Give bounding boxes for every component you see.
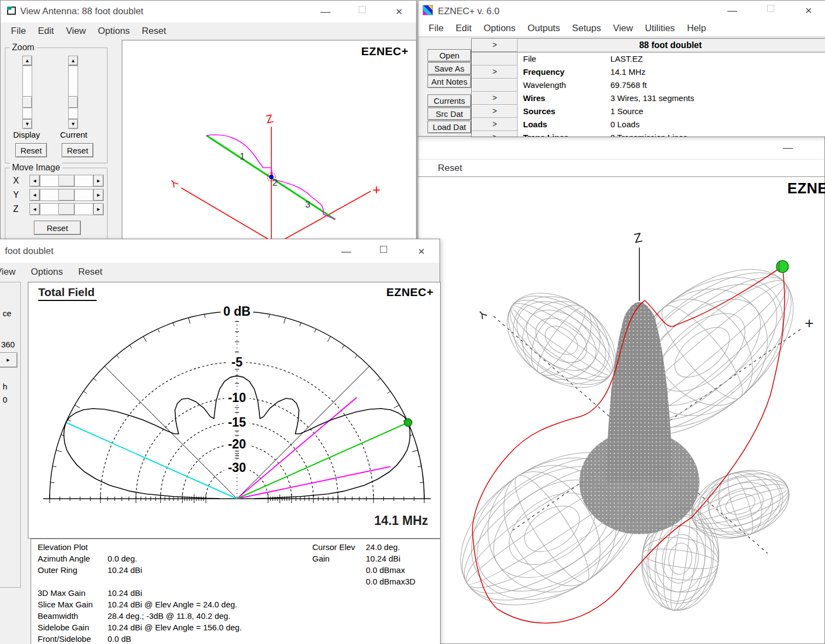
menu-item[interactable]: Options <box>92 26 136 37</box>
expand-chevron-icon[interactable]: > <box>472 105 518 118</box>
minimize-icon[interactable]: — <box>316 5 335 18</box>
action-button[interactable]: Save As <box>428 62 471 75</box>
expand-chevron-icon[interactable] <box>472 79 518 92</box>
main-titlebar[interactable]: EZNEC+ v. 6.0 — × <box>418 1 825 20</box>
move-reset-button[interactable]: Reset <box>34 221 81 235</box>
stat-label: 3D Max Gain <box>31 587 108 599</box>
row-value: 0 Loads <box>610 118 825 131</box>
zoom-display-reset-button[interactable]: Reset <box>15 143 47 157</box>
main-menubar: FileEditOptionsOutputsSetupsViewUtilitie… <box>418 20 825 37</box>
table-row[interactable]: > Trans Lines 0 Transmission Lines <box>472 131 825 137</box>
zoom-current-thumb[interactable] <box>68 96 78 108</box>
expand-chevron-icon[interactable]: > <box>472 131 518 137</box>
zoom-display-scrollbar[interactable] <box>22 66 32 119</box>
axes-red: Z Y + <box>167 112 381 241</box>
move-y-thumb[interactable] <box>58 189 75 201</box>
expand-chevron-icon[interactable]: > <box>472 118 518 131</box>
zoom-display-up-button[interactable]: ▲ <box>22 56 32 66</box>
table-row[interactable]: > Loads 0 Loads <box>472 118 825 131</box>
move-z-left-button[interactable]: ◄ <box>29 203 40 215</box>
table-row[interactable]: > Sources 1 Source <box>472 105 825 118</box>
antenna-wire-view[interactable]: Z Y + 1 2 3 <box>122 40 416 241</box>
table-row[interactable]: File LAST.EZ <box>472 52 825 66</box>
move-y-right-button[interactable]: ► <box>93 189 104 201</box>
stat-label: Beamwidth <box>31 610 108 622</box>
table-row[interactable]: > Wires 3 Wires, 131 segments <box>472 92 825 105</box>
view-antenna-titlebar[interactable]: View Antenna: 88 foot doublet — × <box>1 1 416 22</box>
stat-row <box>31 576 304 587</box>
row-name: Sources <box>518 105 610 118</box>
move-z-right-button[interactable]: ► <box>93 203 104 215</box>
close-icon[interactable]: × <box>390 5 408 18</box>
menu-item[interactable]: Options <box>25 267 69 277</box>
zoom-current-label: Current <box>60 130 87 139</box>
table-row[interactable]: Wavelength 69.7568 ft <box>472 79 825 92</box>
main-window: EZNEC+ v. 6.0 — × FileEditOptionsOutputs… <box>418 0 825 137</box>
move-image-label: Move Image <box>10 163 62 173</box>
maximize-icon[interactable] <box>353 3 371 16</box>
x-axis-icon: + <box>372 181 381 198</box>
stat-row: Slice Max Gain 10.24 dBi @ Elev Angle = … <box>31 599 304 610</box>
menu-item[interactable]: File <box>423 23 449 34</box>
menu-item[interactable]: Setups <box>566 23 607 34</box>
svg-text:-30: -30 <box>228 460 246 475</box>
stat-row: Cursor Elev 24.0 deg. <box>312 541 438 553</box>
menu-item[interactable]: File <box>5 26 32 37</box>
expand-chevron-icon[interactable]: > <box>472 66 518 79</box>
menu-item[interactable]: Reset <box>136 26 172 37</box>
move-y-left-button[interactable]: ◄ <box>29 189 40 201</box>
source-dot[interactable] <box>269 175 274 179</box>
polar-stats-panel: Elevation Plot Azimuth Angle 0.0 deg. Ou… <box>31 539 441 644</box>
expand-chevron-icon[interactable]: > <box>472 92 518 105</box>
sidebar-fragment: h <box>3 382 7 391</box>
zoom-current-reset-button[interactable]: Reset <box>62 143 93 157</box>
close-icon[interactable]: × <box>412 245 431 258</box>
menu-item[interactable]: Edit <box>449 23 477 34</box>
row-name: File <box>518 52 610 66</box>
menu-item[interactable]: Reset <box>432 163 468 174</box>
menu-item[interactable]: View <box>60 26 92 37</box>
row-value: 14.1 MHz <box>610 66 825 79</box>
table-row[interactable]: > Frequency 14.1 MHz <box>472 66 825 79</box>
pattern-3d-plot[interactable]: Z Y + <box>418 176 825 644</box>
action-button[interactable]: Load Dat <box>428 121 471 133</box>
action-button[interactable]: Src Dat <box>428 108 471 120</box>
move-x-thumb[interactable] <box>58 175 75 187</box>
minimize-icon[interactable]: — <box>337 245 355 258</box>
minimize-icon[interactable]: — <box>779 141 797 154</box>
menu-item[interactable]: Help <box>681 23 712 34</box>
stat-row: 0.0 dBmax <box>312 564 438 576</box>
menu-item[interactable]: Edit <box>32 26 60 37</box>
zoom-display-down-button[interactable]: ▼ <box>22 119 32 129</box>
close-icon[interactable]: × <box>799 4 818 17</box>
menu-item[interactable]: View <box>0 267 22 277</box>
action-button[interactable]: Ant Notes <box>428 75 471 88</box>
action-button[interactable]: Currents <box>428 94 471 107</box>
menu-item[interactable]: Options <box>478 23 522 34</box>
menu-item[interactable]: Utilities <box>639 23 681 34</box>
cursor-3d-marker[interactable] <box>776 261 788 273</box>
move-x-right-button[interactable]: ► <box>93 175 104 187</box>
polar-titlebar[interactable]: foot doublet — × <box>0 239 440 263</box>
maximize-icon[interactable] <box>761 2 780 15</box>
move-z-thumb[interactable] <box>58 203 75 215</box>
zoom-display-thumb[interactable] <box>22 96 32 108</box>
menu-item[interactable]: Reset <box>72 267 108 277</box>
elevation-polar-plot[interactable]: 0 dB-5-10-15-20-30 <box>28 282 440 538</box>
expand-chevron-icon[interactable] <box>472 52 518 66</box>
menu-item[interactable]: Outputs <box>521 23 566 34</box>
move-x-left-button[interactable]: ◄ <box>29 175 40 187</box>
action-button[interactable]: Open <box>428 49 471 62</box>
maximize-icon[interactable] <box>374 243 393 256</box>
stat-value: 24.0 deg. <box>366 541 438 553</box>
zoom-current-scrollbar[interactable] <box>68 66 78 119</box>
zoom-current-up-button[interactable]: ▲ <box>68 56 78 66</box>
zoom-group: Zoom ▲ ▼ ▲ ▼ Display Current Reset Reset <box>5 48 108 163</box>
minimize-icon[interactable]: — <box>723 4 741 17</box>
pattern-3d-titlebar[interactable]: — <box>418 135 824 159</box>
zoom-current-down-button[interactable]: ▼ <box>68 119 78 129</box>
step-right-button[interactable]: ► <box>0 352 17 368</box>
menu-item[interactable]: View <box>607 23 639 34</box>
table-header-row[interactable]: > 88 foot doublet <box>472 39 825 52</box>
expand-chevron-icon[interactable]: > <box>472 39 518 52</box>
